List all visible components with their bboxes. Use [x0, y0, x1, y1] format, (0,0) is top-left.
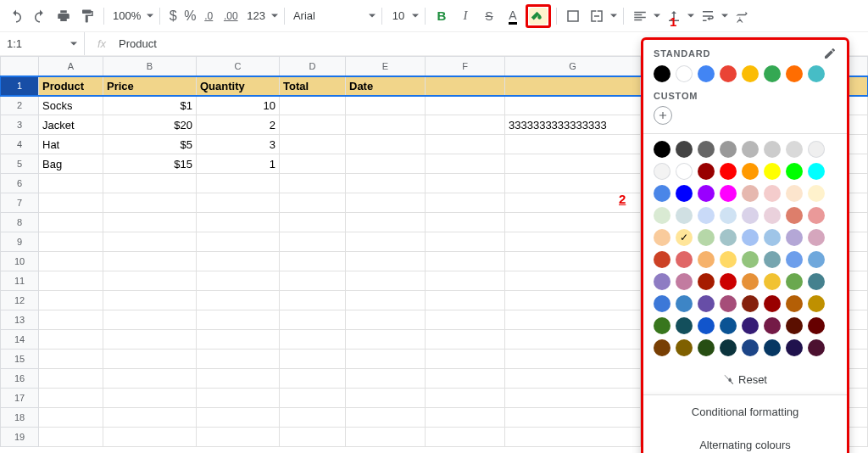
color-swatch[interactable] [786, 141, 803, 158]
color-swatch[interactable] [786, 163, 803, 180]
color-swatch[interactable] [764, 141, 781, 158]
cell[interactable] [280, 408, 346, 428]
color-swatch[interactable] [720, 295, 737, 312]
cell[interactable] [426, 193, 505, 213]
row-header[interactable]: 1 [0, 76, 39, 96]
color-swatch[interactable] [808, 185, 825, 202]
strikethrough-button[interactable]: S [478, 5, 500, 27]
color-swatch[interactable] [720, 251, 737, 268]
row-header[interactable]: 12 [0, 291, 39, 310]
cell[interactable] [505, 96, 641, 115]
cell[interactable] [280, 389, 346, 408]
merge-cells-button[interactable] [586, 5, 608, 27]
color-swatch[interactable] [764, 295, 781, 312]
cell[interactable] [103, 271, 197, 291]
cell[interactable] [346, 350, 426, 369]
cell[interactable] [197, 271, 280, 291]
cell[interactable] [346, 369, 426, 389]
color-swatch[interactable] [676, 251, 693, 268]
row-header[interactable]: 10 [0, 252, 39, 271]
row-header[interactable]: 14 [0, 330, 39, 350]
cell[interactable] [426, 213, 505, 232]
bold-button[interactable]: B [431, 5, 453, 27]
cell[interactable] [346, 428, 426, 447]
cell[interactable]: Hat [39, 135, 103, 154]
cell[interactable] [103, 193, 197, 213]
cell[interactable] [103, 232, 197, 252]
cell[interactable] [39, 213, 103, 232]
color-swatch[interactable] [698, 163, 715, 180]
color-swatch[interactable] [720, 163, 737, 180]
cell[interactable]: 2 [197, 115, 280, 135]
cell[interactable] [280, 193, 346, 213]
cell[interactable] [39, 310, 103, 330]
color-swatch[interactable] [786, 251, 803, 268]
color-swatch[interactable] [720, 141, 737, 158]
color-swatch[interactable] [742, 141, 759, 158]
row-header[interactable]: 13 [0, 310, 39, 330]
percent-button[interactable]: % [182, 5, 198, 27]
cell[interactable]: Quantity [197, 76, 280, 96]
cell[interactable] [346, 271, 426, 291]
color-swatch[interactable] [676, 273, 693, 290]
chevron-down-icon[interactable] [146, 5, 154, 27]
undo-button[interactable] [5, 5, 27, 27]
cell[interactable] [103, 428, 197, 447]
cell[interactable] [426, 330, 505, 350]
decrease-decimal-button[interactable]: .0 [199, 5, 218, 27]
cell[interactable] [280, 115, 346, 135]
cell[interactable] [426, 96, 505, 115]
color-swatch[interactable] [698, 251, 715, 268]
row-header[interactable]: 5 [0, 154, 39, 174]
cell[interactable] [197, 408, 280, 428]
color-swatch[interactable] [764, 251, 781, 268]
color-swatch[interactable] [742, 229, 759, 246]
color-swatch[interactable] [742, 251, 759, 268]
cell[interactable] [39, 428, 103, 447]
color-swatch[interactable] [786, 229, 803, 246]
cell[interactable] [197, 350, 280, 369]
cell[interactable] [197, 389, 280, 408]
cell[interactable] [346, 174, 426, 193]
cell[interactable]: $5 [103, 135, 197, 154]
select-all-corner[interactable] [0, 56, 39, 76]
color-swatch[interactable] [786, 185, 803, 202]
color-swatch[interactable] [764, 229, 781, 246]
color-swatch[interactable] [676, 339, 693, 356]
cell[interactable] [103, 310, 197, 330]
cell[interactable]: Bag [39, 154, 103, 174]
cell[interactable] [39, 291, 103, 310]
cell[interactable] [426, 369, 505, 389]
color-swatch[interactable] [742, 273, 759, 290]
cell[interactable] [426, 408, 505, 428]
color-swatch[interactable] [676, 207, 693, 224]
color-swatch[interactable] [720, 207, 737, 224]
paint-format-button[interactable] [76, 5, 98, 27]
color-swatch[interactable] [720, 339, 737, 356]
cell[interactable] [280, 135, 346, 154]
horizontal-align-button[interactable] [629, 5, 651, 27]
cell[interactable] [197, 369, 280, 389]
cell[interactable] [346, 193, 426, 213]
cell[interactable] [39, 232, 103, 252]
color-swatch[interactable] [654, 185, 670, 202]
cell[interactable] [103, 408, 197, 428]
cell[interactable] [197, 330, 280, 350]
chevron-down-icon[interactable] [368, 5, 376, 27]
cell[interactable] [103, 330, 197, 350]
cell[interactable] [197, 193, 280, 213]
cell[interactable] [426, 428, 505, 447]
row-header[interactable]: 3 [0, 115, 39, 135]
row-header[interactable]: 19 [0, 428, 39, 447]
color-swatch[interactable] [676, 141, 693, 158]
cell[interactable] [280, 96, 346, 115]
cell[interactable]: 3 [197, 135, 280, 154]
text-wrap-button[interactable] [697, 5, 719, 27]
color-swatch[interactable] [698, 339, 715, 356]
cell[interactable] [39, 408, 103, 428]
color-swatch[interactable] [742, 65, 759, 82]
cell[interactable] [505, 232, 641, 252]
color-swatch[interactable] [808, 163, 825, 180]
color-swatch[interactable] [808, 229, 825, 246]
cell[interactable] [426, 389, 505, 408]
